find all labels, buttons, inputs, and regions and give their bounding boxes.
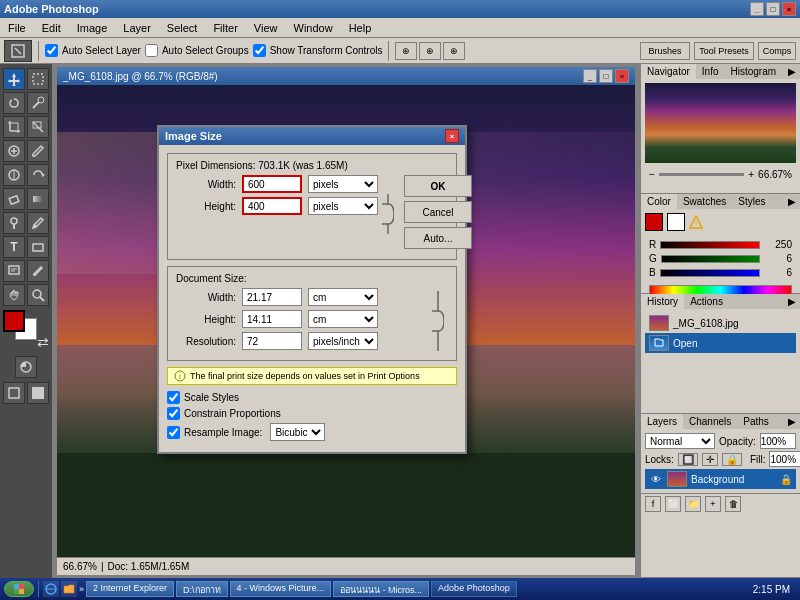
healing-tool[interactable] <box>3 140 25 162</box>
align-btn-1[interactable]: ⊕ <box>395 42 417 60</box>
layers-tab[interactable]: Layers <box>641 414 683 429</box>
ok-button[interactable]: OK <box>404 175 472 197</box>
screen-mode-2-tool[interactable] <box>27 382 49 404</box>
clone-tool[interactable] <box>3 164 25 186</box>
brushes-btn[interactable]: Brushes <box>640 42 690 60</box>
navigator-menu-btn[interactable]: ▶ <box>784 64 800 79</box>
delete-layer-btn[interactable]: 🗑 <box>725 496 741 512</box>
gradient-tool[interactable] <box>27 188 49 210</box>
zoom-tool[interactable] <box>27 284 49 306</box>
doc-width-input[interactable] <box>242 288 302 306</box>
doc-minimize-btn[interactable]: _ <box>583 69 597 83</box>
start-button[interactable] <box>4 581 34 597</box>
move-tool[interactable] <box>3 68 25 90</box>
align-btn-3[interactable]: ⊕ <box>443 42 465 60</box>
g-slider[interactable] <box>661 255 760 263</box>
constrain-proportions-check[interactable] <box>167 407 180 420</box>
fill-input[interactable] <box>769 451 800 467</box>
close-button[interactable]: × <box>782 2 796 16</box>
eraser-tool[interactable] <box>3 188 25 210</box>
quick-mask-tool[interactable] <box>15 356 37 378</box>
menu-image[interactable]: Image <box>73 20 112 36</box>
height-unit-select[interactable]: pixels <box>308 197 378 215</box>
zoom-minus-icon[interactable]: − <box>649 169 655 180</box>
menu-layer[interactable]: Layer <box>119 20 155 36</box>
swatches-tab[interactable]: Swatches <box>677 194 732 209</box>
doc-height-unit-select[interactable]: cm <box>308 310 378 328</box>
info-tab[interactable]: Info <box>696 64 725 79</box>
layer-group-btn[interactable]: 📁 <box>685 496 701 512</box>
cancel-button[interactable]: Cancel <box>404 201 472 223</box>
brush-tool[interactable] <box>27 140 49 162</box>
dodge-tool[interactable] <box>3 212 25 234</box>
fg-color-indicator[interactable] <box>645 213 663 231</box>
color-menu-btn[interactable]: ▶ <box>784 194 800 209</box>
channels-tab[interactable]: Channels <box>683 414 737 429</box>
resample-image-check[interactable] <box>167 426 180 439</box>
show-transform-controls-check[interactable] <box>253 44 266 57</box>
doc-width-unit-select[interactable]: cm <box>308 288 378 306</box>
crop-tool[interactable] <box>3 116 25 138</box>
width-unit-select[interactable]: pixels <box>308 175 378 193</box>
taskbar-picture-btn[interactable]: 4 - Windows Picture... <box>230 581 332 597</box>
tool-presets-btn[interactable]: Tool Presets <box>694 42 754 60</box>
align-btn-2[interactable]: ⊕ <box>419 42 441 60</box>
history-menu-btn[interactable]: ▶ <box>784 294 800 309</box>
taskbar-ie-btn[interactable]: 2 Internet Explorer <box>86 581 174 597</box>
opacity-input[interactable] <box>760 433 796 449</box>
lock-pixel-btn[interactable]: 🔲 <box>678 453 698 466</box>
zoom-slider[interactable] <box>659 173 744 176</box>
auto-select-layer-check[interactable] <box>45 44 58 57</box>
hand-tool[interactable] <box>3 284 25 306</box>
navigator-tab[interactable]: Navigator <box>641 64 696 79</box>
doc-close-btn[interactable]: × <box>615 69 629 83</box>
paths-tab[interactable]: Paths <box>737 414 775 429</box>
doc-maximize-btn[interactable]: □ <box>599 69 613 83</box>
resample-select[interactable]: Bicubic <box>270 423 325 441</box>
bg-color-indicator[interactable] <box>667 213 685 231</box>
layers-menu-btn[interactable]: ▶ <box>784 414 800 429</box>
foreground-color-swatch[interactable] <box>3 310 25 332</box>
lock-move-btn[interactable]: ✛ <box>702 453 718 466</box>
menu-file[interactable]: File <box>4 20 30 36</box>
minimize-button[interactable]: _ <box>750 2 764 16</box>
doc-height-input[interactable] <box>242 310 302 328</box>
comps-btn[interactable]: Comps <box>758 42 796 60</box>
layer-visibility-eye[interactable]: 👁 <box>649 472 663 486</box>
zoom-plus-icon[interactable]: + <box>748 169 754 180</box>
menu-window[interactable]: Window <box>290 20 337 36</box>
menu-edit[interactable]: Edit <box>38 20 65 36</box>
text-tool[interactable]: T <box>3 236 25 258</box>
history-open-item[interactable]: Open <box>645 333 796 353</box>
resolution-unit-select[interactable]: pixels/inch <box>308 332 378 350</box>
width-input[interactable] <box>242 175 302 193</box>
color-tab[interactable]: Color <box>641 194 677 209</box>
history-brush-tool[interactable] <box>27 164 49 186</box>
r-slider[interactable] <box>660 241 760 249</box>
layer-fx-btn[interactable]: f <box>645 496 661 512</box>
height-input[interactable] <box>242 197 302 215</box>
menu-filter[interactable]: Filter <box>209 20 241 36</box>
slice-tool[interactable] <box>27 116 49 138</box>
history-file-item[interactable]: _MG_6108.jpg <box>645 313 796 333</box>
taskbar-word-btn[interactable]: ออนนนนน - Micros... <box>333 581 429 597</box>
magic-wand-tool[interactable] <box>27 92 49 114</box>
menu-help[interactable]: Help <box>345 20 376 36</box>
background-layer-item[interactable]: 👁 Background 🔒 <box>645 469 796 489</box>
lasso-tool[interactable] <box>3 92 25 114</box>
notes-tool[interactable] <box>3 260 25 282</box>
taskbar-explorer-btn[interactable]: D:\กอกาท <box>176 581 228 597</box>
screen-mode-tool[interactable] <box>3 382 25 404</box>
swap-colors-icon[interactable]: ⇄ <box>37 334 49 350</box>
resolution-input[interactable] <box>242 332 302 350</box>
actions-tab[interactable]: Actions <box>684 294 729 309</box>
shape-tool[interactable] <box>27 236 49 258</box>
pen-tool[interactable] <box>27 212 49 234</box>
scale-styles-check[interactable] <box>167 391 180 404</box>
tool-icon[interactable] <box>4 40 32 62</box>
b-slider[interactable] <box>660 269 760 277</box>
layer-mask-btn[interactable]: ⬜ <box>665 496 681 512</box>
selection-tool[interactable] <box>27 68 49 90</box>
auto-button[interactable]: Auto... <box>404 227 472 249</box>
maximize-button[interactable]: □ <box>766 2 780 16</box>
